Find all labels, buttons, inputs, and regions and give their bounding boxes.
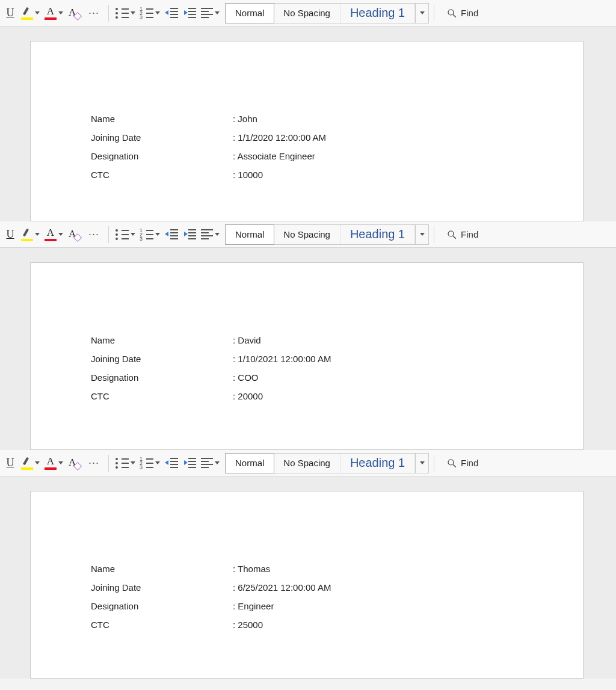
chevron-down-icon xyxy=(420,11,425,14)
chevron-down-icon xyxy=(420,461,425,464)
bullets-button[interactable] xyxy=(114,4,137,22)
align-icon xyxy=(201,8,213,19)
numbering-button[interactable]: 123 xyxy=(138,454,162,472)
increase-indent-button[interactable] xyxy=(181,4,198,22)
chevron-down-icon xyxy=(131,11,135,14)
divider xyxy=(108,455,109,472)
bullets-button[interactable] xyxy=(114,454,137,472)
find-button[interactable]: Find xyxy=(446,458,478,469)
divider xyxy=(108,5,109,22)
svg-point-0 xyxy=(448,10,454,15)
highlight-button[interactable] xyxy=(19,226,42,244)
field-row: CTC: 25000 xyxy=(91,620,523,630)
increase-indent-button[interactable] xyxy=(181,226,198,244)
font-color-button[interactable]: A xyxy=(43,226,65,244)
style-no-spacing[interactable]: No Spacing xyxy=(274,4,340,23)
more-icon: ··· xyxy=(86,7,102,19)
decrease-indent-icon xyxy=(165,458,178,469)
search-icon xyxy=(446,229,457,240)
underline-icon: U xyxy=(7,7,14,19)
label-joining: Joining Date xyxy=(91,582,233,593)
style-heading1[interactable]: Heading 1 xyxy=(340,4,415,23)
more-fonts-button[interactable]: ··· xyxy=(84,4,103,22)
font-color-icon: A xyxy=(45,228,57,241)
label-designation: Designation xyxy=(91,372,233,383)
page[interactable]: Name: Thomas Joining Date: 6/25/2021 12:… xyxy=(30,491,584,679)
find-button[interactable]: Find xyxy=(446,8,478,19)
clear-format-button[interactable]: A xyxy=(66,4,83,22)
label-name: Name xyxy=(91,335,233,345)
highlighter-icon xyxy=(21,7,33,20)
divider xyxy=(434,455,434,472)
value-name: : Thomas xyxy=(233,564,270,574)
page[interactable]: Name: John Joining Date: 1/1/2020 12:00:… xyxy=(30,41,584,221)
underline-button[interactable]: U xyxy=(2,454,18,472)
decrease-indent-button[interactable] xyxy=(163,4,180,22)
highlighter-icon xyxy=(21,457,33,470)
styles-gallery: Normal No Spacing Heading 1 xyxy=(225,3,429,23)
style-no-spacing[interactable]: No Spacing xyxy=(274,454,340,473)
style-heading1[interactable]: Heading 1 xyxy=(340,454,415,473)
style-no-spacing[interactable]: No Spacing xyxy=(274,225,340,244)
more-fonts-button[interactable]: ··· xyxy=(84,454,103,472)
decrease-indent-button[interactable] xyxy=(163,226,180,244)
value-designation: : Associate Engineer xyxy=(233,151,315,161)
document-area: Name: John Joining Date: 1/1/2020 12:00:… xyxy=(0,26,616,221)
highlight-button[interactable] xyxy=(19,4,42,22)
value-joining: : 6/25/2021 12:00:00 AM xyxy=(233,582,331,593)
font-color-button[interactable]: A xyxy=(43,4,65,22)
find-button[interactable]: Find xyxy=(446,229,478,240)
ribbon-toolbar: U A A ··· 123 Normal No Spacing Heading … xyxy=(0,0,616,26)
numbering-icon: 123 xyxy=(140,229,153,240)
styles-more-button[interactable] xyxy=(415,225,428,244)
search-icon xyxy=(446,458,457,469)
style-normal[interactable]: Normal xyxy=(225,453,274,473)
numbering-button[interactable]: 123 xyxy=(138,4,162,22)
style-normal[interactable]: Normal xyxy=(225,224,274,245)
field-row: Name: Thomas xyxy=(91,564,523,574)
search-icon xyxy=(446,8,457,19)
value-ctc: : 20000 xyxy=(233,391,263,401)
styles-gallery: Normal No Spacing Heading 1 xyxy=(225,224,429,245)
chevron-down-icon xyxy=(215,11,220,14)
style-heading1[interactable]: Heading 1 xyxy=(340,225,415,244)
align-button[interactable] xyxy=(199,454,221,472)
field-row: Designation: COO xyxy=(91,372,523,383)
label-ctc: CTC xyxy=(91,170,233,180)
numbering-button[interactable]: 123 xyxy=(138,226,162,244)
align-button[interactable] xyxy=(199,226,221,244)
bullets-icon xyxy=(116,458,129,469)
clear-format-button[interactable]: A xyxy=(66,454,83,472)
page[interactable]: Name: David Joining Date: 1/10/2021 12:0… xyxy=(30,262,584,450)
chevron-down-icon xyxy=(35,11,40,14)
font-color-button[interactable]: A xyxy=(43,454,65,472)
align-button[interactable] xyxy=(199,4,221,22)
chevron-down-icon xyxy=(58,461,63,464)
label-name: Name xyxy=(91,564,233,574)
label-ctc: CTC xyxy=(91,620,233,630)
align-icon xyxy=(201,229,213,240)
bullets-button[interactable] xyxy=(114,226,137,244)
clear-format-button[interactable]: A xyxy=(66,226,83,244)
chevron-down-icon xyxy=(131,233,135,236)
document-area: Name: Thomas Joining Date: 6/25/2021 12:… xyxy=(0,476,616,679)
more-fonts-button[interactable]: ··· xyxy=(84,226,103,244)
chevron-down-icon xyxy=(155,461,160,464)
underline-button[interactable]: U xyxy=(2,226,18,244)
underline-button[interactable]: U xyxy=(2,4,18,22)
styles-more-button[interactable] xyxy=(415,4,428,23)
decrease-indent-button[interactable] xyxy=(163,454,180,472)
clear-format-icon: A xyxy=(68,7,81,20)
numbering-icon: 123 xyxy=(140,458,153,469)
find-label: Find xyxy=(461,229,478,239)
decrease-indent-icon xyxy=(165,8,178,19)
label-ctc: CTC xyxy=(91,391,233,401)
highlight-button[interactable] xyxy=(19,454,42,472)
increase-indent-button[interactable] xyxy=(181,454,198,472)
style-normal[interactable]: Normal xyxy=(225,3,274,23)
ribbon-toolbar: U A A ··· 123 Normal No Spacing Heading … xyxy=(0,450,616,476)
label-joining: Joining Date xyxy=(91,354,233,364)
decrease-indent-icon xyxy=(165,229,178,240)
underline-icon: U xyxy=(7,457,14,469)
styles-more-button[interactable] xyxy=(415,454,428,473)
